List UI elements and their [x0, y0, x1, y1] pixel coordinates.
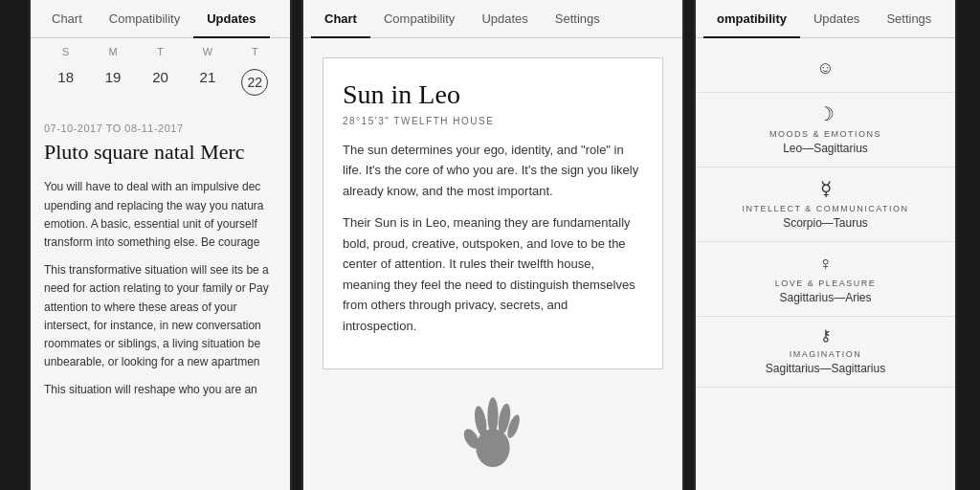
aspect-row-imagination: ⚷ IMAGINATION Sagittarius—Sagittarius: [696, 317, 955, 388]
tab-settings-right[interactable]: Settings: [873, 0, 945, 37]
sun-in-leo-card: Sun in Leo 28°15'3" TWELFTH HOUSE The su…: [323, 57, 663, 369]
love-label: LOVE & PLEASURE: [775, 278, 877, 288]
app-container: Chart Compatibility Updates S M T W T 18…: [0, 0, 980, 490]
imagination-value: Sagittarius—Sagittarius: [766, 362, 885, 375]
aspect-row-smiley: ☺: [696, 48, 955, 93]
date-22-container[interactable]: 22: [232, 65, 278, 100]
event-para-3: This situation will reshape who you are …: [44, 381, 277, 399]
tab-updates-left[interactable]: Updates: [193, 0, 269, 37]
phone-center: Chart Compatibility Updates Settings Sun…: [301, 0, 684, 490]
calendar-dates: 18 19 20 21 22: [31, 61, 290, 111]
mercury-icon: ☿: [820, 179, 832, 198]
day-w: W: [184, 46, 231, 57]
phone-right: ompatibility Updates Settings ☺ ☽ MOODS …: [694, 0, 957, 490]
tab-chart-center[interactable]: Chart: [311, 0, 370, 37]
center-tab-bar: Chart Compatibility Updates Settings: [303, 0, 682, 38]
day-t2: T: [232, 46, 278, 57]
day-s: S: [42, 46, 89, 57]
moods-value: Leo—Sagittarius: [783, 142, 868, 155]
chiron-icon: ⚷: [820, 328, 832, 344]
calendar-day-headers: S M T W T: [31, 38, 290, 61]
hand-svg: [455, 394, 531, 471]
phone-left: Chart Compatibility Updates S M T W T 18…: [29, 0, 292, 490]
tab-updates-center[interactable]: Updates: [468, 0, 541, 37]
card-title: Sun in Leo: [343, 79, 643, 110]
card-subtitle: 28°15'3" TWELFTH HOUSE: [343, 116, 643, 126]
svg-point-3: [487, 397, 498, 434]
tab-compatibility-left[interactable]: Compatibility: [96, 0, 193, 37]
event-body: You will have to deal with an impulsive …: [44, 178, 277, 399]
event-title: Pluto square natal Merc: [44, 140, 277, 165]
right-aspects-content: ☺ ☽ MOODS & EMOTIONS Leo—Sagittarius ☿ I…: [696, 38, 955, 490]
date-20[interactable]: 20: [137, 65, 184, 100]
left-tab-bar: Chart Compatibility Updates: [31, 0, 290, 38]
day-t1: T: [137, 46, 184, 57]
tab-settings-center[interactable]: Settings: [542, 0, 613, 37]
tab-chart-left[interactable]: Chart: [38, 0, 96, 37]
love-value: Sagittarius—Aries: [779, 291, 871, 304]
center-main-content: Sun in Leo 28°15'3" TWELFTH HOUSE The su…: [303, 38, 682, 490]
tab-updates-right[interactable]: Updates: [800, 0, 873, 37]
event-para-2: This transformative situation will see i…: [44, 261, 277, 371]
venus-icon: ♀: [818, 254, 833, 273]
imagination-label: IMAGINATION: [790, 349, 861, 359]
smiley-icon: ☺: [816, 59, 834, 77]
moon-icon: ☽: [817, 104, 835, 123]
card-para-1: The sun determines your ego, identity, a…: [343, 140, 643, 201]
event-date-range: 07-10-2017 TO 08-11-2017: [44, 122, 277, 134]
card-para-2: Their Sun is in Leo, meaning they are fu…: [343, 212, 643, 336]
date-19[interactable]: 19: [89, 65, 136, 100]
intellect-label: INTELLECT & COMMUNICATION: [742, 204, 908, 213]
date-21[interactable]: 21: [184, 65, 231, 100]
aspect-row-love: ♀ LOVE & PLEASURE Sagittarius—Aries: [696, 242, 955, 317]
intellect-value: Scorpio—Taurus: [783, 216, 868, 230]
moods-label: MOODS & EMOTIONS: [769, 129, 881, 139]
card-body: The sun determines your ego, identity, a…: [343, 140, 643, 336]
left-event-content: 07-10-2017 TO 08-11-2017 Pluto square na…: [31, 111, 290, 420]
right-tab-bar: ompatibility Updates Settings: [696, 0, 955, 38]
tab-compatibility-center[interactable]: Compatibility: [370, 0, 468, 37]
date-22: 22: [241, 69, 268, 96]
aspect-row-moods: ☽ MOODS & EMOTIONS Leo—Sagittarius: [696, 93, 955, 167]
event-para-1: You will have to deal with an impulsive …: [44, 178, 277, 252]
aspect-row-intellect: ☿ INTELLECT & COMMUNICATION Scorpio—Taur…: [696, 167, 955, 242]
date-18[interactable]: 18: [42, 65, 89, 100]
hand-illustration: [323, 385, 663, 480]
tab-compatibility-right[interactable]: ompatibility: [703, 0, 800, 37]
day-m: M: [89, 46, 136, 57]
